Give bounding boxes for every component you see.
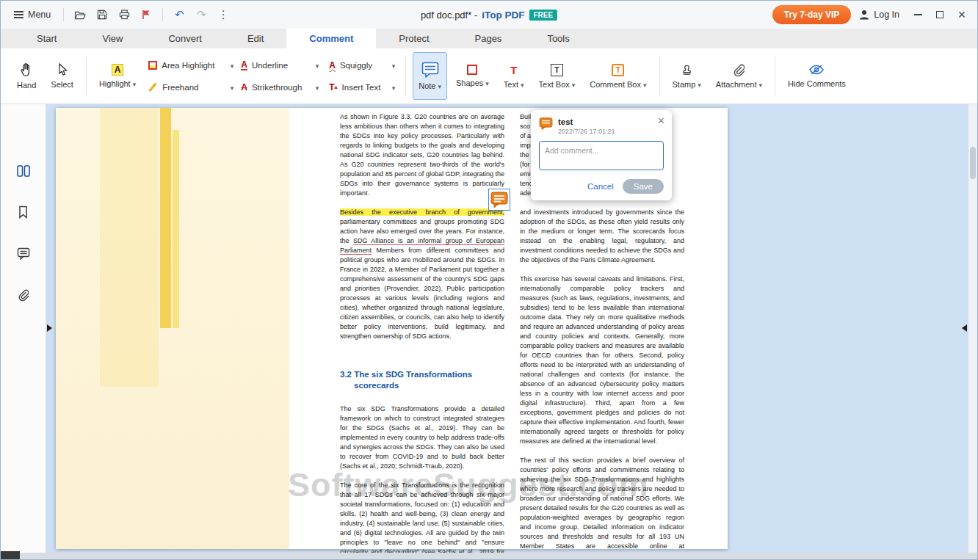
login-button[interactable]: Log In <box>858 9 899 21</box>
tab-comment[interactable]: Comment <box>286 29 376 48</box>
highlight-button[interactable]: A Highlight <box>93 52 142 100</box>
text-box-button[interactable]: T Text Box <box>533 52 582 100</box>
flag-button[interactable] <box>137 5 156 24</box>
paragraph-text: Members from different committees and po… <box>340 247 504 340</box>
sticky-note-annotation[interactable] <box>488 189 510 211</box>
text-label: Text <box>504 80 518 89</box>
save-comment-button[interactable]: Save <box>623 179 664 194</box>
tab-edit[interactable]: Edit <box>225 29 286 48</box>
tab-pages[interactable]: Pages <box>452 29 525 48</box>
select-tool-button[interactable]: Select <box>45 52 79 100</box>
paragraph: This exercise has several caveats and li… <box>520 274 684 446</box>
divider <box>659 57 660 95</box>
document-title: pdf doc.pdf* - <box>421 10 477 21</box>
freehand-label: Freehand <box>162 83 198 92</box>
strikethrough-button[interactable]: A Strikethrough <box>237 79 322 96</box>
hand-tool-button[interactable]: Hand <box>11 52 42 100</box>
chevron-down-icon <box>316 61 319 70</box>
shapes-label: Shapes <box>456 79 483 87</box>
page-column-left: As shown in Figure 3.3, G20 countries ar… <box>340 112 504 553</box>
folder-open-icon <box>74 10 86 20</box>
area-highlight-button[interactable]: Area Highlight <box>145 57 237 74</box>
hide-comments-button[interactable]: Hide Comments <box>782 52 852 100</box>
freehand-icon <box>148 82 158 92</box>
redo-button[interactable] <box>192 5 211 24</box>
tab-protect[interactable]: Protect <box>376 29 452 48</box>
attachment-button[interactable]: Attachment <box>710 52 768 100</box>
comment-toolbar: Hand Select A Highlight Area Highlight <box>1 48 977 104</box>
app-window: Menu <box>0 0 978 560</box>
menu-button[interactable]: Menu <box>8 7 57 23</box>
menu-label: Menu <box>28 10 51 20</box>
document-viewport[interactable]: SoftwareSuggest.com As shown in Figure 3… <box>46 104 977 553</box>
comment-box-label: Comment Box <box>590 80 641 89</box>
divider <box>775 57 775 95</box>
left-panel-sidebar <box>1 104 46 553</box>
bookmarks-panel-button[interactable] <box>12 203 35 222</box>
attachments-panel-button[interactable] <box>12 285 35 304</box>
underline-label: Underline <box>252 61 288 70</box>
tab-start[interactable]: Start <box>14 29 79 48</box>
squiggly-button[interactable]: A Squiggly <box>325 57 399 74</box>
window-title: pdf doc.pdf* - iTop PDF FREE <box>421 1 557 29</box>
tab-convert[interactable]: Convert <box>145 29 225 48</box>
note-orange-icon <box>539 117 553 130</box>
comments-panel-button[interactable] <box>12 244 35 263</box>
comment-input[interactable] <box>539 141 664 170</box>
insert-text-label: Insert Text <box>342 83 381 92</box>
chevron-down-icon <box>698 80 701 89</box>
insert-text-button[interactable]: T Insert Text <box>325 79 399 96</box>
chevron-down-icon <box>133 79 137 88</box>
divider <box>63 8 64 21</box>
highlight-annotation[interactable]: Besides the executive branch of governme… <box>340 208 504 216</box>
highlight-label: Highlight <box>99 79 131 88</box>
chevron-down-icon <box>485 79 489 87</box>
tab-tools[interactable]: Tools <box>524 29 592 48</box>
print-button[interactable] <box>115 5 134 24</box>
area-highlight-label: Area Highlight <box>162 61 214 70</box>
scrollbar-thumb[interactable] <box>970 147 976 179</box>
text-box-label: Text Box <box>539 80 570 89</box>
text-box-icon: T <box>551 64 563 76</box>
comment-icon <box>17 247 30 260</box>
note-tool-button[interactable]: Note <box>413 52 447 100</box>
hand-label: Hand <box>17 81 36 90</box>
more-options-button[interactable] <box>214 5 233 24</box>
collapse-right-handle[interactable] <box>962 324 967 332</box>
cancel-button[interactable]: Cancel <box>587 182 614 191</box>
shapes-icon <box>467 65 477 75</box>
area-highlight-icon <box>148 61 157 70</box>
brand-name: iTop PDF <box>482 10 524 21</box>
collapse-left-handle[interactable] <box>47 324 52 332</box>
try-vip-button[interactable]: Try 7-day VIP <box>772 5 851 24</box>
close-button[interactable] <box>951 4 973 26</box>
stamp-button[interactable]: Stamp <box>667 52 707 100</box>
user-icon <box>858 9 870 21</box>
paragraph: The core of the six Transformations is t… <box>340 481 504 553</box>
minimize-button[interactable] <box>907 4 929 26</box>
save-icon <box>97 10 107 20</box>
comment-box-button[interactable]: T Comment Box <box>584 52 652 100</box>
freehand-button[interactable]: Freehand <box>145 79 237 96</box>
maximize-button[interactable] <box>929 4 951 26</box>
eye-slash-icon <box>808 64 825 76</box>
bottom-left-corner <box>1 551 20 559</box>
shapes-button[interactable]: Shapes <box>450 52 495 100</box>
text-button[interactable]: T Text <box>498 52 530 100</box>
open-file-button[interactable] <box>70 5 90 24</box>
redo-icon <box>197 8 206 21</box>
thumbnails-panel-button[interactable] <box>12 161 35 181</box>
login-label: Log In <box>874 10 899 20</box>
tab-view[interactable]: View <box>79 29 145 48</box>
chevron-down-icon <box>643 80 647 89</box>
chevron-down-icon <box>758 80 762 89</box>
underline-button[interactable]: A Underline <box>237 57 322 74</box>
chevron-down-icon <box>231 61 234 70</box>
popup-close-icon[interactable]: ✕ <box>657 116 665 126</box>
vertical-scrollbar[interactable] <box>968 104 977 553</box>
note-icon <box>421 62 439 78</box>
undo-button[interactable] <box>170 5 189 24</box>
paragraph: As shown in Figure 3.3, G20 countries ar… <box>340 112 504 198</box>
paragraph: The rest of this section provides a brie… <box>520 456 684 553</box>
save-button[interactable] <box>93 5 112 24</box>
